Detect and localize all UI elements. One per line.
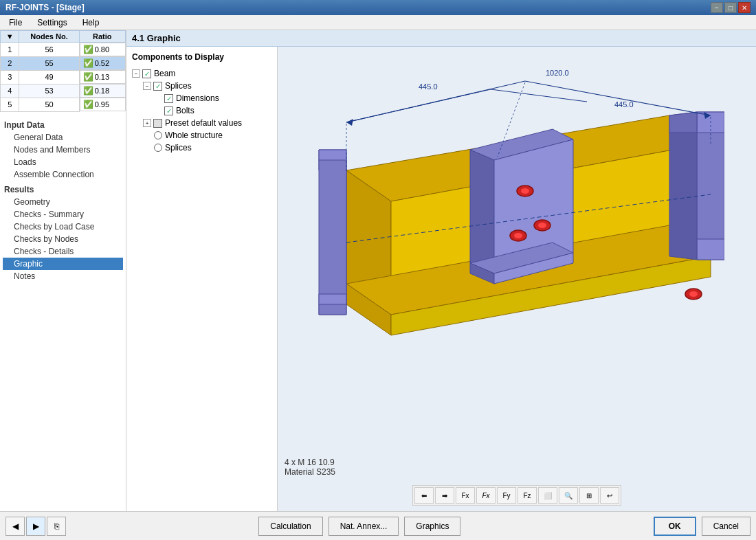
whole-structure-radio[interactable] [154, 131, 162, 139]
viewport: 445.0 1020.0 445.0 60.0 [278, 47, 756, 511]
bolts-node[interactable]: Bolts [154, 104, 271, 117]
nav-graphic[interactable]: Graphic [3, 258, 123, 270]
menu-help[interactable]: Help [76, 16, 106, 30]
svg-point-24 [521, 188, 529, 194]
nav-loads[interactable]: Loads [3, 156, 123, 168]
col-nodes: Nodes No. [19, 31, 79, 43]
svg-line-32 [525, 81, 711, 115]
maximize-button[interactable]: □ [724, 2, 737, 13]
vp-btn-zoom[interactable]: 🔍 [559, 487, 578, 504]
status-icon: ✅ [83, 72, 93, 82]
row-id: 5 [1, 98, 19, 111]
prev-button[interactable]: ◀ [5, 517, 25, 536]
viewport-toolbar: ⬅ ➡ Fx Fx Fy Fz ⬜ 🔍 ⊞ ↩ [412, 485, 621, 506]
splices-node[interactable]: − Splices [143, 80, 271, 92]
preset-node[interactable]: + Preset default values [143, 117, 271, 129]
whole-structure-node[interactable]: Whole structure [154, 129, 271, 142]
table-row[interactable]: 1 56 ✅0.80 [1, 43, 126, 57]
table-row[interactable]: 5 50 ✅0.95 [1, 98, 126, 111]
bolt-info-line1: 4 x M 16 10.9 [285, 458, 335, 467]
export-button[interactable]: ⎘ [47, 517, 66, 536]
svg-text:445.0: 445.0 [614, 100, 634, 109]
nav-notes[interactable]: Notes [3, 270, 123, 282]
left-panel: ▼ Nodes No. Ratio 1 56 ✅0.80 2 55 ✅0.52 … [0, 30, 126, 511]
svg-point-30 [689, 291, 698, 297]
menu-settings[interactable]: Settings [31, 16, 73, 30]
row-ratio: ✅0.80 [80, 43, 126, 56]
nav-checks-summary[interactable]: Checks - Summary [3, 208, 123, 221]
nav-checks-nodes[interactable]: Checks by Nodes [3, 233, 123, 245]
cancel-button[interactable]: Cancel [702, 517, 751, 536]
input-data-section: Input Data [3, 119, 123, 131]
vp-btn-box[interactable]: ⬜ [538, 487, 557, 504]
menu-file[interactable]: File [3, 16, 28, 30]
bolts-checkbox[interactable] [164, 106, 173, 115]
dimensions-node[interactable]: Dimensions [154, 92, 271, 104]
svg-point-28 [538, 223, 546, 228]
ok-button[interactable]: OK [654, 517, 696, 536]
table-row[interactable]: 4 53 ✅0.18 [1, 84, 126, 98]
splices-radio-node[interactable]: Splices [154, 142, 271, 154]
splices-checkbox[interactable] [153, 82, 162, 91]
svg-marker-14 [697, 239, 724, 260]
row-id: 3 [1, 70, 19, 84]
row-id: 2 [1, 56, 19, 70]
split-view: Components to Display − Beam − Splices [126, 47, 756, 511]
svg-text:445.0: 445.0 [419, 82, 438, 91]
components-panel: Components to Display − Beam − Splices [126, 47, 278, 511]
col-id: ▼ [1, 31, 19, 43]
beam-toggle[interactable]: − [132, 69, 140, 78]
vp-btn-grid[interactable]: ⊞ [579, 487, 599, 504]
nav-geometry[interactable]: Geometry [3, 196, 123, 208]
table-row[interactable]: 2 55 ✅0.52 [1, 56, 126, 70]
nav-general-data[interactable]: General Data [3, 131, 123, 144]
nav-assemble-connection[interactable]: Assemble Connection [3, 168, 123, 181]
bottom-toolbar: ◀ ▶ ⎘ Calculation Nat. Annex... Graphics… [0, 511, 756, 540]
splices-indent: − Splices Dimensions [143, 80, 271, 117]
menu-bar: File Settings Help [0, 15, 756, 30]
status-icon: ✅ [83, 58, 93, 68]
vp-btn-2[interactable]: ➡ [435, 487, 454, 504]
right-panel: 4.1 Graphic Components to Display − Beam… [126, 30, 756, 511]
vp-btn-1[interactable]: ⬅ [414, 487, 434, 504]
preset-toggle[interactable]: + [143, 119, 151, 127]
svg-marker-18 [470, 150, 494, 273]
vp-btn-fx[interactable]: Fx [456, 487, 475, 504]
vp-btn-fx2[interactable]: Fx [476, 487, 496, 504]
row-id: 1 [1, 43, 19, 57]
nav-checks-load-case[interactable]: Checks by Load Case [3, 221, 123, 233]
nat-annex-button[interactable]: Nat. Annex... [329, 517, 399, 536]
splices-radio[interactable] [154, 144, 162, 152]
close-button[interactable]: ✕ [738, 2, 751, 13]
minimize-button[interactable]: − [711, 2, 723, 13]
results-section: Results [3, 183, 123, 196]
calculation-button[interactable]: Calculation [258, 517, 322, 536]
vp-btn-reset[interactable]: ↩ [600, 487, 619, 504]
preset-label: Preset default values [165, 118, 242, 128]
nav-tree: Input Data General Data Nodes and Member… [0, 112, 126, 512]
row-node: 56 [19, 43, 79, 57]
dimensions-checkbox[interactable] [164, 94, 173, 103]
nav-checks-details[interactable]: Checks - Details [3, 245, 123, 258]
preset-checkbox[interactable] [153, 119, 162, 128]
vp-btn-fy[interactable]: Fy [497, 487, 516, 504]
graphics-button[interactable]: Graphics [404, 517, 460, 536]
table-row[interactable]: 3 49 ✅0.13 [1, 70, 126, 84]
splices-toggle[interactable]: − [143, 82, 151, 90]
next-button[interactable]: ▶ [26, 517, 45, 536]
beam-node[interactable]: − Beam [132, 67, 271, 80]
nav-nodes-members[interactable]: Nodes and Members [3, 144, 123, 156]
row-id: 4 [1, 84, 19, 98]
svg-point-26 [514, 233, 522, 238]
svg-marker-11 [319, 304, 346, 315]
splices-radio-label: Splices [165, 143, 192, 153]
window-title: RF-JOINTS - [Stage] [5, 3, 85, 12]
svg-marker-16 [669, 112, 697, 133]
bolts-label: Bolts [176, 106, 194, 115]
vp-btn-fz[interactable]: Fz [518, 487, 537, 504]
beam-label: Beam [154, 69, 175, 78]
beam-checkbox[interactable] [142, 69, 151, 78]
window-controls: − □ ✕ [711, 2, 751, 13]
bolt-info-line2: Material S235 [285, 467, 335, 477]
panel-header: 4.1 Graphic [126, 30, 756, 47]
